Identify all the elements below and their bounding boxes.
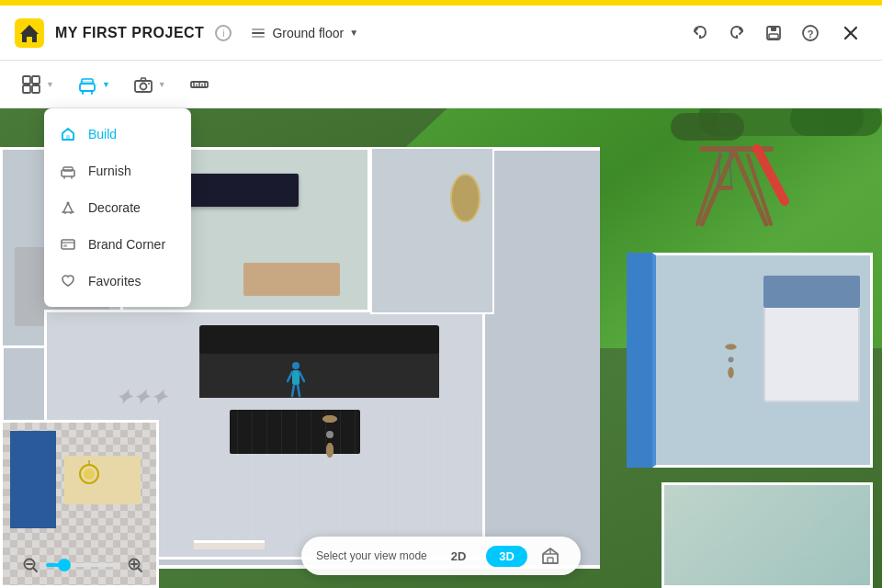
floor-chevron-icon: ▼ (349, 28, 358, 38)
svg-rect-3 (252, 28, 265, 30)
save-icon (764, 24, 783, 42)
build-icon (59, 125, 77, 143)
camera-tool-button[interactable]: ▼ (123, 68, 175, 101)
floor-plan-icon (20, 74, 42, 96)
furnish-menu-icon (59, 162, 77, 180)
playground-equipment (684, 132, 794, 233)
zoom-in-button[interactable] (127, 557, 143, 573)
help-icon: ? (801, 24, 820, 42)
svg-line-75 (139, 569, 142, 572)
svg-rect-30 (66, 135, 70, 140)
svg-point-69 (84, 469, 95, 480)
undo-icon (691, 24, 709, 42)
zoom-thumb[interactable] (58, 559, 71, 571)
svg-point-35 (67, 202, 70, 205)
svg-rect-15 (32, 85, 40, 93)
svg-rect-57 (292, 370, 300, 385)
brand-corner-label: Brand Corner (88, 237, 165, 252)
svg-point-62 (728, 357, 733, 363)
toolbar: ▼ ▼ ▼ (0, 61, 882, 108)
floor-art: ✦✦✦ (115, 372, 220, 420)
furnish-label: Furnish (88, 164, 131, 178)
zoom-controls (22, 557, 143, 573)
header: MY FIRST PROJECT i Ground floor ▼ (0, 6, 882, 61)
svg-rect-32 (63, 167, 73, 171)
view-mode-label: Select your view mode (316, 549, 427, 562)
hallway (370, 147, 493, 315)
floor-selector-icon (250, 25, 266, 41)
svg-point-22 (140, 83, 146, 89)
camera-chevron: ▼ (158, 80, 166, 89)
favorites-label: Favorites (88, 274, 141, 288)
zoom-slider-track[interactable] (46, 563, 119, 567)
floor-label: Ground floor (272, 26, 344, 40)
favorites-icon (59, 272, 77, 290)
bathroom-area (662, 482, 873, 588)
blue-door-wall (627, 253, 653, 469)
door-bottom-left (194, 540, 265, 549)
svg-rect-12 (23, 76, 30, 84)
menu-item-brand-corner[interactable]: Brand Corner (44, 226, 191, 263)
furnish-chevron: ▼ (102, 80, 110, 89)
close-icon (842, 24, 860, 42)
svg-line-60 (292, 385, 294, 396)
person-figure (287, 361, 305, 398)
menu-item-favorites[interactable]: Favorites (44, 263, 191, 300)
zoom-out-button[interactable] (22, 557, 39, 573)
svg-rect-7 (769, 34, 778, 39)
decorate-icon (59, 198, 77, 217)
svg-line-59 (300, 372, 304, 381)
decorate-label: Decorate (88, 200, 141, 215)
svg-line-72 (34, 569, 38, 572)
build-label: Build (88, 127, 117, 141)
floor-plan-chevron: ▼ (46, 80, 54, 89)
menu-item-build[interactable]: Build (44, 116, 191, 153)
svg-rect-39 (62, 240, 74, 249)
svg-rect-14 (23, 85, 30, 93)
dollhouse-icon (540, 546, 560, 566)
view-mode-selector: Select your view mode 2D 3D (301, 537, 581, 575)
redo-icon (728, 24, 746, 42)
svg-rect-41 (63, 244, 67, 247)
svg-point-65 (725, 345, 736, 350)
svg-rect-50 (717, 186, 733, 190)
svg-rect-6 (771, 27, 776, 31)
info-button[interactable]: i (215, 25, 232, 41)
svg-line-61 (298, 385, 300, 396)
floor-selector[interactable]: Ground floor ▼ (243, 21, 366, 45)
brand-corner-icon (59, 235, 77, 254)
floor-plan-tool-button[interactable]: ▼ (11, 68, 63, 101)
svg-rect-13 (32, 76, 40, 84)
chandelier (71, 456, 107, 492)
furnish-tool-button[interactable]: ▼ (67, 68, 119, 101)
camera-icon (132, 74, 154, 96)
menu-item-decorate[interactable]: Decorate (44, 189, 191, 226)
undo-button[interactable] (684, 17, 717, 50)
help-button[interactable]: ? (794, 17, 827, 50)
furnish-dropdown-menu: Build Furnish (44, 108, 191, 307)
project-title: MY FIRST PROJECT (55, 25, 204, 41)
home-logo-icon (15, 18, 44, 48)
svg-point-56 (292, 362, 300, 369)
svg-line-58 (288, 372, 292, 381)
svg-text:?: ? (808, 28, 814, 39)
zoom-in-icon (127, 557, 143, 573)
view-doll-button[interactable] (535, 544, 566, 568)
menu-item-furnish[interactable]: Furnish (44, 153, 191, 189)
measure-icon (188, 74, 210, 96)
measure-tool-button[interactable] (179, 68, 220, 101)
svg-rect-80 (548, 558, 553, 563)
svg-text:✦✦✦: ✦✦✦ (115, 386, 171, 409)
view-2d-button[interactable]: 2D (438, 546, 480, 567)
save-button[interactable] (757, 17, 790, 50)
zoom-out-icon (22, 557, 39, 573)
furnish-icon (76, 74, 98, 96)
svg-rect-2 (252, 32, 265, 34)
svg-rect-16 (80, 84, 95, 91)
svg-point-23 (148, 83, 150, 85)
svg-rect-4 (252, 36, 265, 38)
right-bedroom (652, 253, 873, 469)
redo-button[interactable] (720, 17, 753, 50)
close-button[interactable] (834, 17, 867, 50)
view-3d-button[interactable]: 3D (486, 546, 527, 567)
